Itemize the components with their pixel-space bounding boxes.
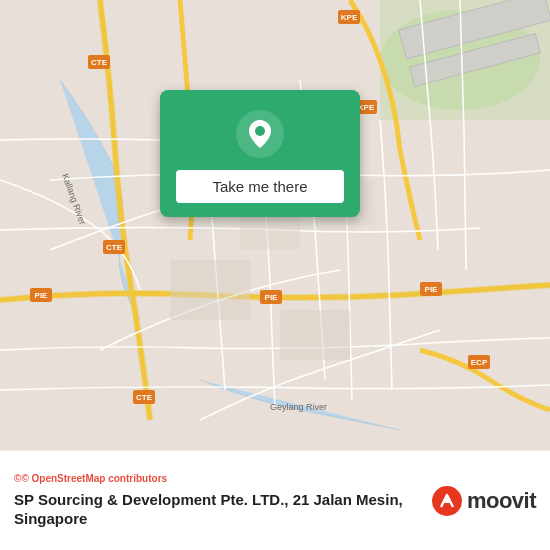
- svg-rect-25: [170, 260, 250, 320]
- location-card: Take me there: [160, 90, 360, 217]
- place-info: ©© OpenStreetMap contributors SP Sourcin…: [14, 473, 415, 529]
- svg-text:KPE: KPE: [358, 103, 375, 112]
- moovit-brand-text: moovit: [467, 488, 536, 514]
- moovit-logo-icon: [431, 485, 463, 517]
- map-container: PIE PIE PIE CTE CTE CTE KPE KPE ECP Kall…: [0, 0, 550, 450]
- svg-text:CTE: CTE: [136, 393, 153, 402]
- svg-text:CTE: CTE: [106, 243, 123, 252]
- location-pin-icon: [236, 110, 284, 158]
- svg-text:PIE: PIE: [425, 285, 439, 294]
- svg-text:PIE: PIE: [35, 291, 49, 300]
- svg-text:Geylang River: Geylang River: [270, 402, 327, 412]
- info-bar: ©© OpenStreetMap contributors SP Sourcin…: [0, 450, 550, 550]
- svg-rect-26: [280, 310, 350, 360]
- svg-point-30: [255, 126, 265, 136]
- svg-text:PIE: PIE: [265, 293, 279, 302]
- place-name: SP Sourcing & Development Pte. LTD., 21 …: [14, 490, 415, 529]
- osm-attribution: ©© OpenStreetMap contributors: [14, 473, 415, 484]
- moovit-logo: moovit: [431, 485, 536, 517]
- svg-text:ECP: ECP: [471, 358, 488, 367]
- take-me-there-button[interactable]: Take me there: [176, 170, 344, 203]
- svg-text:KPE: KPE: [341, 13, 358, 22]
- svg-text:CTE: CTE: [91, 58, 108, 67]
